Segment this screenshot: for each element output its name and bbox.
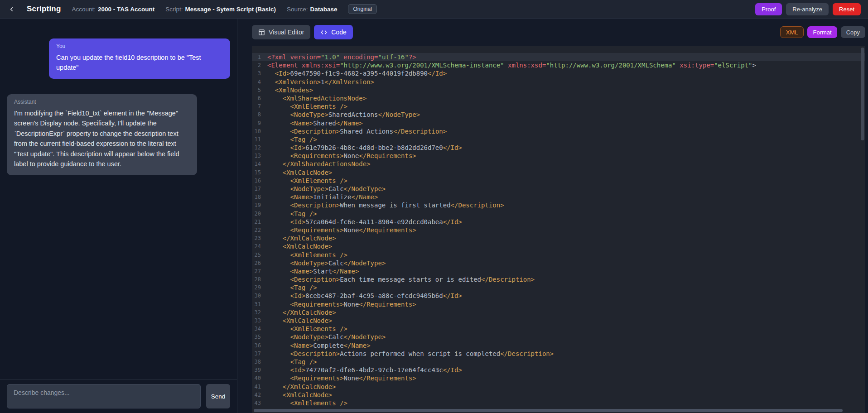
code-line[interactable]: 23 </XmlCalcNode> — [252, 234, 865, 242]
line-number: 39 — [252, 366, 267, 374]
code-line[interactable]: 38 <Tag /> — [252, 358, 865, 366]
line-number: 16 — [252, 177, 267, 185]
vertical-scrollbar[interactable] — [861, 48, 864, 140]
proof-button[interactable]: Proof — [755, 3, 782, 15]
line-number: 7 — [252, 102, 267, 110]
xml-button[interactable]: XML — [780, 26, 804, 38]
line-number: 33 — [252, 317, 267, 325]
line-number: 43 — [252, 399, 267, 407]
line-number: 28 — [252, 275, 267, 283]
reset-button[interactable]: Reset — [833, 3, 861, 15]
code-line[interactable]: 14 </XmlSharedActionsNode> — [252, 160, 865, 168]
code-line[interactable]: 17 <NodeType>Calc</NodeType> — [252, 185, 865, 193]
line-number: 37 — [252, 350, 267, 358]
line-number: 11 — [252, 135, 267, 144]
line-number: 10 — [252, 127, 267, 135]
script-meta: Script: Message - Sytem Script (Basic) — [165, 6, 276, 13]
code-line[interactable]: 32 </XmlCalcNode> — [252, 308, 865, 317]
code-line[interactable]: 29 <Tag /> — [252, 283, 865, 292]
send-button[interactable]: Send — [206, 384, 230, 408]
code-line[interactable]: 10 <Description>Shared Actions</Descript… — [252, 127, 865, 135]
code-line[interactable]: 20 <Tag /> — [252, 210, 865, 218]
code-line[interactable]: 24 <XmlCalcNode> — [252, 242, 865, 250]
code-line[interactable]: 21 <Id>57ca064d-fc6e-4a11-8904-e92dccd0a… — [252, 218, 865, 226]
code-line[interactable]: 37 <Description>Actions performed when s… — [252, 350, 865, 358]
code-line[interactable]: 33 <XmlCalcNode> — [252, 317, 865, 325]
code-line[interactable]: 27 <Name>Start</Name> — [252, 267, 865, 275]
describe-changes-input[interactable] — [7, 384, 201, 408]
user-message-role: You — [56, 43, 223, 49]
account-meta: Account: 2000 - TAS Account — [72, 6, 154, 13]
code-line[interactable]: 16 <XmlElements /> — [252, 177, 865, 185]
app-header: Scripting Account: 2000 - TAS Account Sc… — [0, 0, 868, 19]
code-line[interactable]: 36 <Name>Complete</Name> — [252, 341, 865, 350]
code-line[interactable]: 34 <XmlElements /> — [252, 325, 865, 333]
code-line[interactable]: 11 <Tag /> — [252, 135, 865, 144]
line-number: 12 — [252, 144, 267, 152]
code-line[interactable]: 15 <XmlCalcNode> — [252, 168, 865, 177]
line-number: 20 — [252, 210, 267, 218]
line-number: 22 — [252, 226, 267, 234]
horizontal-scrollbar[interactable] — [254, 409, 843, 412]
code-line[interactable]: 28 <Description>Each time message starts… — [252, 275, 865, 283]
code-line[interactable]: 42 <XmlCalcNode> — [252, 391, 865, 399]
reanalyze-button[interactable]: Re-analyze — [786, 3, 829, 15]
line-content: </XmlCalcNode> — [267, 308, 865, 317]
line-number: 41 — [252, 383, 267, 391]
assistant-message-role: Assistant — [14, 99, 190, 105]
line-content: <XmlElements /> — [267, 399, 865, 407]
copy-button[interactable]: Copy — [841, 26, 865, 38]
code-line[interactable]: 41 </XmlCalcNode> — [252, 383, 865, 391]
code-line[interactable]: 3 <Id>69e47590-f1c9-4682-a395-44019f2db8… — [252, 69, 865, 77]
code-line[interactable]: 26 <NodeType>Calc</NodeType> — [252, 259, 865, 267]
code-line[interactable]: 8 <NodeType>SharedActions</NodeType> — [252, 110, 865, 119]
code-editor[interactable]: 1<?xml version="1.0" encoding="utf-16"?>… — [252, 46, 865, 413]
code-line[interactable]: 4 <XmlVersion>1</XmlVersion> — [252, 78, 865, 86]
line-number: 27 — [252, 267, 267, 275]
code-line[interactable]: 13 <Requirements>None</Requirements> — [252, 152, 865, 160]
tab-code[interactable]: Code — [314, 25, 352, 39]
code-line[interactable]: 22 <Requirements>None</Requirements> — [252, 226, 865, 234]
format-button[interactable]: Format — [807, 26, 837, 38]
line-number: 30 — [252, 292, 267, 300]
code-line[interactable]: 43 <XmlElements /> — [252, 399, 865, 407]
line-content: <NodeType>Calc</NodeType> — [267, 333, 865, 341]
header-left: Scripting Account: 2000 - TAS Account Sc… — [7, 4, 377, 14]
tab-visual-editor[interactable]: Visual Editor — [252, 25, 310, 39]
line-number: 40 — [252, 374, 267, 382]
code-line[interactable]: 2<Element xmlns:xsi="http://www.w3.org/2… — [252, 61, 865, 69]
line-number: 38 — [252, 358, 267, 366]
code-line[interactable]: 7 <XmlElements /> — [252, 102, 865, 110]
line-number: 8 — [252, 110, 267, 119]
line-number: 15 — [252, 168, 267, 177]
assistant-message: Assistant I'm modifying the `Field10_txt… — [7, 94, 197, 175]
source-value: Database — [310, 6, 337, 13]
line-content: <Requirements>None</Requirements> — [267, 152, 865, 160]
code-line[interactable]: 39 <Id>74770af2-dfe6-4bd2-97cb-17e64f4cc… — [252, 366, 865, 374]
code-line[interactable]: 5 <XmlNodes> — [252, 86, 865, 94]
line-number: 9 — [252, 119, 267, 127]
code-line[interactable]: 12 <Id>61e79b26-4b8c-4d8d-bbe2-b8d2dd26d… — [252, 144, 865, 152]
code-line[interactable]: 25 <XmlElements /> — [252, 251, 865, 259]
line-number: 6 — [252, 94, 267, 102]
code-line[interactable]: 40 <Requirements>None</Requirements> — [252, 374, 865, 382]
chat-panel: You Can you update the field10 descripti… — [0, 19, 237, 413]
line-content: <Name>Start</Name> — [267, 267, 865, 275]
code-line[interactable]: 31 <Requirements>None</Requirements> — [252, 300, 865, 308]
back-button[interactable] — [7, 5, 16, 14]
main-split: You Can you update the field10 descripti… — [0, 19, 868, 413]
code-line[interactable]: 6 <XmlSharedActionsNode> — [252, 94, 865, 102]
line-content: <Name>Shared</Name> — [267, 119, 865, 127]
line-number: 19 — [252, 201, 267, 209]
line-content: <XmlCalcNode> — [267, 391, 865, 399]
line-content: <Requirements>None</Requirements> — [267, 374, 865, 382]
code-lines: 1<?xml version="1.0" encoding="utf-16"?>… — [252, 53, 865, 407]
code-line[interactable]: 18 <Name>Initialize</Name> — [252, 193, 865, 201]
code-line[interactable]: 1<?xml version="1.0" encoding="utf-16"?> — [252, 53, 865, 61]
line-number: 2 — [252, 61, 267, 69]
code-line[interactable]: 9 <Name>Shared</Name> — [252, 119, 865, 127]
code-line[interactable]: 19 <Description>When message is first st… — [252, 201, 865, 209]
line-content: <XmlVersion>1</XmlVersion> — [267, 78, 865, 86]
code-line[interactable]: 35 <NodeType>Calc</NodeType> — [252, 333, 865, 341]
code-line[interactable]: 30 <Id>8cebc487-2baf-4c95-a88c-efcdc9405… — [252, 292, 865, 300]
